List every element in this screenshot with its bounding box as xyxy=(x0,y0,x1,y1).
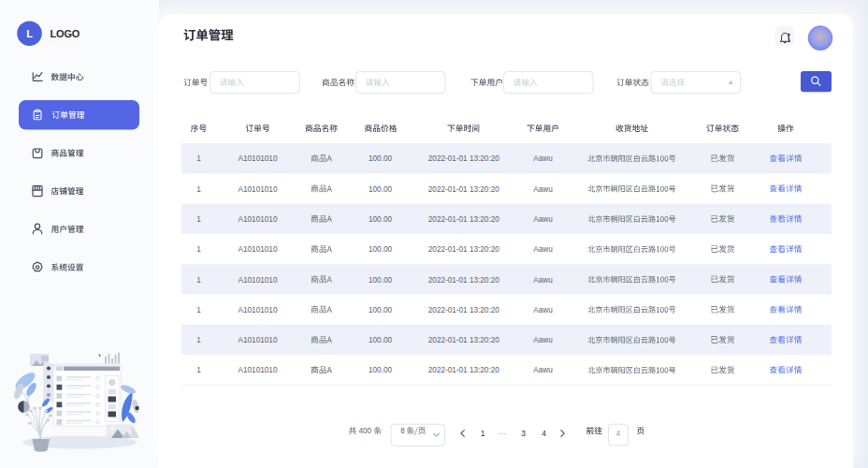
svg-text:8: 8 xyxy=(400,427,405,435)
svg-text:···: ··· xyxy=(499,429,506,438)
svg-text:400: 400 xyxy=(358,427,371,435)
svg-text:LOGO: LOGO xyxy=(51,28,80,39)
svg-text:L: L xyxy=(26,28,33,39)
svg-text:1: 1 xyxy=(481,429,485,438)
svg-text:4: 4 xyxy=(616,429,621,438)
svg-text:3: 3 xyxy=(521,429,526,438)
svg-text:4: 4 xyxy=(542,429,546,438)
